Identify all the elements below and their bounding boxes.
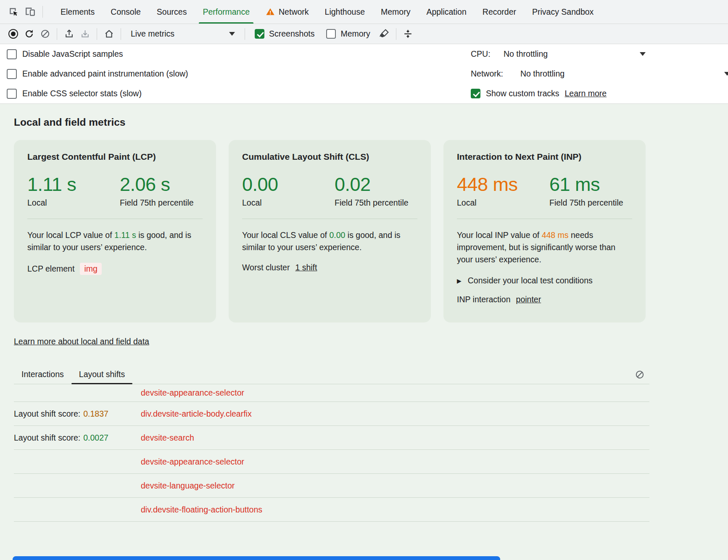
tab-label: Privacy Sandbox <box>532 7 593 17</box>
layout-shift-score: Layout shift score: 0.0027 <box>14 433 141 443</box>
network-throttling-select[interactable]: Network: No throttling <box>471 64 728 84</box>
cpu-label: CPU: <box>471 49 504 59</box>
local-value: 1.11 s <box>27 174 120 194</box>
download-icon <box>80 29 90 39</box>
inp-interaction-link[interactable]: pointer <box>516 295 541 304</box>
shifted-node-link[interactable]: div.devsite-floating-action-buttons <box>141 505 262 515</box>
shifted-node-link[interactable]: devsite-language-selector <box>141 481 235 491</box>
layout-shift-score: Layout shift score: 0.1837 <box>14 409 141 419</box>
brush-icon <box>379 29 389 39</box>
horizontal-scrollbar-thumb[interactable] <box>13 556 500 560</box>
live-metrics-label: Live metrics <box>131 29 174 39</box>
card-title: Interaction to Next Paint (INP) <box>457 152 632 162</box>
devtools-tabbar: Elements Console Sources Performance Net… <box>0 0 728 24</box>
tab-label: Application <box>426 7 466 17</box>
local-test-conditions-disclosure[interactable]: ▶ Consider your local test conditions <box>457 276 632 285</box>
tab-sources[interactable]: Sources <box>149 0 195 24</box>
layout-shift-row[interactable]: devsite-language-selector <box>14 474 649 498</box>
card-footer: INP interaction pointer <box>457 295 632 304</box>
settings-checkbox-column: Disable JavaScript samples Enable advanc… <box>0 44 471 103</box>
memory-label: Memory <box>340 29 370 39</box>
local-value: 448 ms <box>457 174 549 194</box>
worst-cluster-link[interactable]: 1 shift <box>295 263 317 272</box>
score-label: Layout shift score: <box>14 433 80 443</box>
device-toolbar-button[interactable] <box>22 3 39 20</box>
collapse-shortcuts-button[interactable] <box>400 26 416 42</box>
custom-tracks-learn-more-link[interactable]: Learn more <box>564 89 607 98</box>
field-label: Field 75th percentile <box>120 198 195 208</box>
shifted-node-link[interactable]: devsite-appearance-selector <box>141 388 244 398</box>
local-value-column: 448 ms Local <box>457 174 549 209</box>
layout-shift-row[interactable]: Layout shift score: 0.1837 div.devsite-a… <box>14 402 649 426</box>
tab-application[interactable]: Application <box>418 0 474 24</box>
local-label: Local <box>27 198 120 208</box>
shifted-node-link[interactable]: devsite-appearance-selector <box>141 457 244 467</box>
save-profile-button[interactable] <box>77 26 93 42</box>
tab-privacy-sandbox[interactable]: Privacy Sandbox <box>524 0 601 24</box>
live-metrics-panel: Local and field metrics Largest Contentf… <box>0 103 728 560</box>
tab-performance[interactable]: Performance <box>195 0 258 24</box>
toolbar-divider <box>97 28 97 40</box>
css-selector-stats-checkbox[interactable]: Enable CSS selector stats (slow) <box>7 84 471 103</box>
shifted-node-link[interactable]: devsite-search <box>141 433 194 443</box>
score-value: 0.0027 <box>83 433 108 443</box>
clear-button[interactable] <box>37 26 53 42</box>
record-icon <box>8 29 18 39</box>
metric-cards: Largest Contentful Paint (LCP) 1.11 s Lo… <box>14 140 646 322</box>
layout-shift-row[interactable]: devsite-appearance-selector <box>14 384 649 402</box>
checkbox-checked-icon <box>471 89 480 98</box>
local-field-data-learn-more-link[interactable]: Learn more about local and field data <box>14 337 149 346</box>
tab-memory[interactable]: Memory <box>373 0 418 24</box>
disclosure-label: Consider your local test conditions <box>468 276 593 285</box>
local-label: Local <box>457 198 549 208</box>
inspect-element-button[interactable] <box>5 3 22 20</box>
toolbar-divider <box>245 28 245 40</box>
screenshots-label: Screenshots <box>269 29 314 39</box>
advanced-paint-instrumentation-checkbox[interactable]: Enable advanced paint instrumentation (s… <box>7 64 471 84</box>
tab-lighthouse[interactable]: Lighthouse <box>317 0 373 24</box>
field-value: 0.02 <box>335 174 410 194</box>
tab-recorder[interactable]: Recorder <box>475 0 524 24</box>
disable-js-samples-checkbox[interactable]: Disable JavaScript samples <box>7 44 471 64</box>
setting-label: Disable JavaScript samples <box>22 49 123 59</box>
shifted-node-link[interactable]: div.devsite-article-body.clearfix <box>141 409 252 419</box>
tab-layout-shifts[interactable]: Layout shifts <box>71 365 132 384</box>
card-title: Cumulative Layout Shift (CLS) <box>242 152 417 162</box>
show-custom-tracks-checkbox[interactable]: Show custom tracks Learn more <box>471 84 728 103</box>
field-label: Field 75th percentile <box>549 198 625 208</box>
tab-network[interactable]: Network <box>258 0 317 24</box>
clear-log-button[interactable] <box>632 367 648 383</box>
log-tab-label: Layout shifts <box>79 370 125 379</box>
performance-toolbar: Live metrics Screenshots Memory <box>0 24 728 44</box>
record-button[interactable] <box>5 26 21 42</box>
memory-checkbox[interactable]: Memory <box>320 29 376 39</box>
live-metrics-select[interactable]: Live metrics <box>125 26 241 42</box>
score-value: 0.1837 <box>83 409 108 419</box>
layout-shift-row[interactable]: div.devsite-floating-action-buttons <box>14 498 649 522</box>
checkbox-unchecked-icon <box>7 69 17 79</box>
home-button[interactable] <box>101 26 117 42</box>
cpu-throttling-select[interactable]: CPU: No throttling <box>471 44 728 64</box>
screenshots-checkbox[interactable]: Screenshots <box>249 29 320 39</box>
lcp-card: Largest Contentful Paint (LCP) 1.11 s Lo… <box>14 140 216 322</box>
description-text: Your local CLS value of <box>242 230 327 240</box>
field-label: Field 75th percentile <box>335 198 410 208</box>
tab-interactions[interactable]: Interactions <box>14 365 71 384</box>
tab-elements[interactable]: Elements <box>53 0 103 24</box>
reload-and-record-button[interactable] <box>21 26 37 42</box>
layout-shift-row[interactable]: Layout shift score: 0.0027 devsite-searc… <box>14 426 649 450</box>
gc-button[interactable] <box>376 26 392 42</box>
log-tabs: Interactions Layout shifts <box>14 365 649 384</box>
card-values: 1.11 s Local 2.06 s Field 75th percentil… <box>27 174 203 209</box>
field-value-column: 2.06 s Field 75th percentile <box>120 174 195 209</box>
layout-shift-row[interactable]: devsite-appearance-selector <box>14 450 649 474</box>
lcp-element-node-link[interactable]: img <box>80 263 101 275</box>
load-profile-button[interactable] <box>61 26 77 42</box>
tab-label: Lighthouse <box>325 7 365 17</box>
card-description: Your local LCP value of 1.11 s is good, … <box>27 229 203 254</box>
card-description: Your local INP value of 448 ms needs imp… <box>457 229 632 266</box>
tab-label: Performance <box>203 7 250 17</box>
toolbar-divider <box>396 28 396 40</box>
description-value: 1.11 s <box>114 230 136 240</box>
tab-console[interactable]: Console <box>103 0 149 24</box>
